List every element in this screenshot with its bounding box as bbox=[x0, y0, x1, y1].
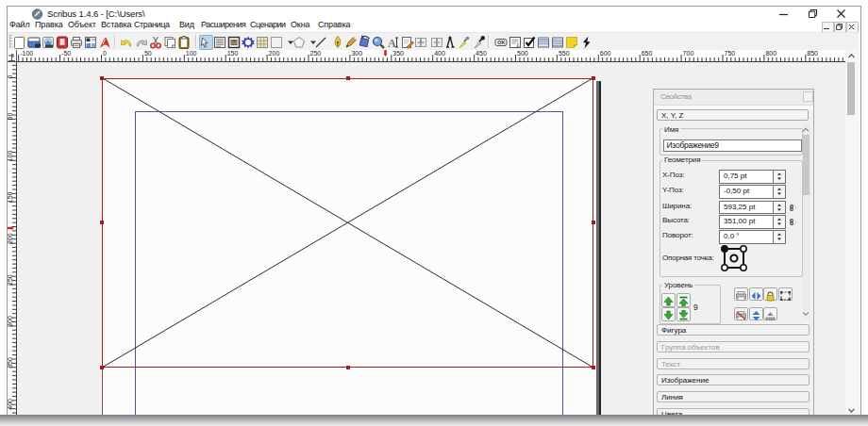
svg-text:50: 50 bbox=[8, 113, 13, 121]
svg-text:650: 650 bbox=[642, 50, 653, 57]
svg-text:400: 400 bbox=[8, 399, 13, 410]
svg-text:350: 350 bbox=[392, 50, 404, 57]
svg-text:0: 0 bbox=[8, 75, 13, 79]
svg-text:150: 150 bbox=[227, 50, 239, 57]
svg-text:100: 100 bbox=[186, 50, 197, 57]
svg-text:750: 750 bbox=[725, 50, 736, 57]
svg-text:600: 600 bbox=[600, 50, 611, 57]
svg-text:-50: -50 bbox=[61, 50, 71, 57]
svg-text:250: 250 bbox=[8, 274, 13, 286]
svg-text:250: 250 bbox=[310, 50, 322, 57]
svg-text:850: 850 bbox=[807, 50, 818, 57]
svg-text:300: 300 bbox=[8, 316, 13, 327]
svg-text:150: 150 bbox=[8, 191, 13, 203]
svg-text:700: 700 bbox=[683, 50, 694, 57]
svg-text:50: 50 bbox=[144, 50, 152, 57]
svg-text:450: 450 bbox=[476, 50, 487, 57]
svg-text:A: A bbox=[388, 37, 396, 50]
svg-text:100: 100 bbox=[8, 151, 13, 162]
svg-text:-100: -100 bbox=[20, 50, 33, 57]
svg-text:0: 0 bbox=[103, 50, 107, 57]
svg-text:400: 400 bbox=[434, 50, 445, 57]
svg-text:300: 300 bbox=[351, 50, 362, 57]
svg-text:350: 350 bbox=[8, 357, 13, 369]
svg-text:500: 500 bbox=[517, 50, 528, 57]
svg-text:200: 200 bbox=[8, 233, 13, 244]
svg-text:800: 800 bbox=[765, 50, 776, 57]
svg-text:550: 550 bbox=[559, 50, 570, 57]
svg-text:200: 200 bbox=[269, 50, 280, 57]
svg-text:OK: OK bbox=[497, 40, 505, 45]
